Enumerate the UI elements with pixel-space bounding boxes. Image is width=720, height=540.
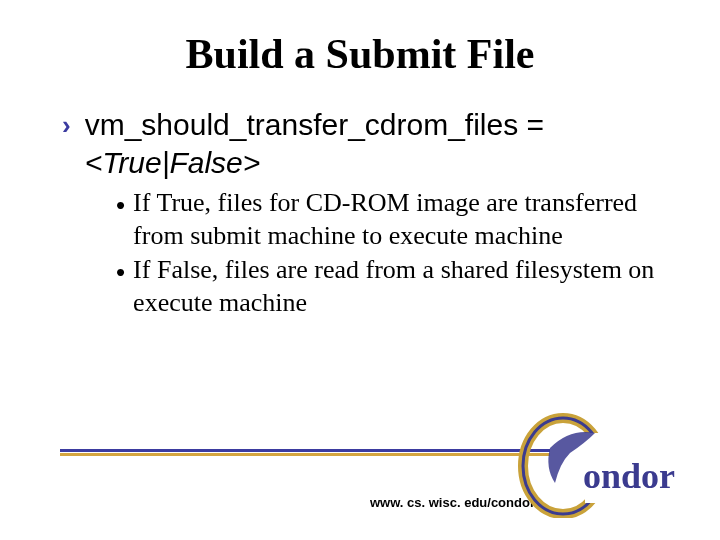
logo-text: ondor (583, 456, 675, 496)
dot-icon: • (116, 193, 125, 219)
chevron-right-icon: › (62, 110, 71, 141)
slide-body: › vm_should_transfer_cdrom_files = <True… (50, 106, 670, 319)
sub-bullet-text: If False, files are read from a shared f… (133, 254, 670, 319)
sub-bullet-list: • If True, files for CD-ROM image are tr… (62, 187, 670, 319)
bullet-level-2: • If False, files are read from a shared… (116, 254, 670, 319)
bullet-1-line1: vm_should_transfer_cdrom_files = (85, 108, 544, 141)
dot-icon: • (116, 260, 125, 286)
slide: Build a Submit File › vm_should_transfer… (0, 0, 720, 540)
bullet-1-line2: <True|False> (85, 146, 261, 179)
bullet-1-text: vm_should_transfer_cdrom_files = <True|F… (85, 106, 544, 181)
footer-url: www. cs. wisc. edu/condor (370, 495, 535, 510)
bullet-level-1: › vm_should_transfer_cdrom_files = <True… (62, 106, 670, 181)
divider-line (60, 449, 550, 455)
condor-logo-icon: ondor (515, 408, 680, 518)
slide-title: Build a Submit File (50, 30, 670, 78)
sub-bullet-text: If True, files for CD-ROM image are tran… (133, 187, 670, 252)
bullet-level-2: • If True, files for CD-ROM image are tr… (116, 187, 670, 252)
